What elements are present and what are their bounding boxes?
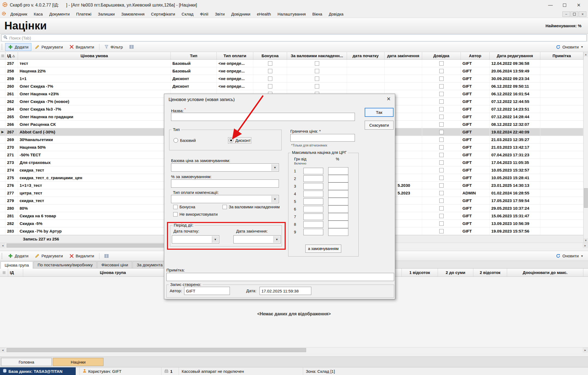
menu-item[interactable]: Каса (31, 11, 46, 17)
group-tab[interactable]: Фіксовані ціни (97, 261, 132, 268)
reference-checkbox[interactable] (439, 61, 444, 66)
percent-input[interactable] (328, 213, 348, 221)
column-header-reference[interactable]: Довідка (422, 52, 461, 59)
reference-checkbox[interactable] (439, 115, 444, 119)
column-header-name[interactable]: Цінова умова (18, 52, 171, 59)
gross-invoices-checkbox[interactable]: За валовими накладенням (223, 205, 280, 209)
menu-item[interactable]: Вікна (309, 11, 326, 17)
name-input[interactable] (171, 113, 355, 121)
maximize-button[interactable] (557, 1, 572, 10)
menu-item[interactable]: Філії (197, 11, 212, 17)
scroll-right-icon[interactable]: ► (583, 243, 588, 248)
column-header-author[interactable]: Автор (461, 52, 490, 59)
limit-price-input[interactable] (290, 134, 355, 142)
menu-item[interactable]: eHealth (254, 11, 274, 17)
group-tab[interactable]: За документа (133, 261, 167, 268)
column-header-gross[interactable]: За валовими накладенн... (287, 52, 347, 59)
chevron-down-icon[interactable]: ▾ (212, 236, 218, 243)
author-input[interactable]: GIFT (184, 287, 230, 295)
table-row[interactable]: 259 1+1 Дисконт <не опреде... GIFT 30.09… (0, 75, 583, 83)
start-date-select[interactable]: ▾ (172, 235, 219, 243)
reference-checkbox[interactable] (439, 160, 444, 165)
ok-button[interactable]: Так (365, 108, 394, 117)
chevron-down-icon[interactable]: ▾ (273, 236, 280, 243)
add-button-bottom[interactable]: Додати (5, 252, 31, 260)
vertical-scroll-thumb[interactable] (584, 188, 588, 208)
bonus-checkbox[interactable] (268, 77, 272, 81)
grn-from-input[interactable] (303, 206, 323, 212)
grn-from-input[interactable] (303, 175, 323, 182)
mdi-restore-button[interactable] (571, 11, 578, 17)
horizontal-scrollbar-bottom[interactable]: ◄ ► (0, 347, 588, 353)
reference-checkbox[interactable] (439, 206, 444, 211)
vertical-scrollbar[interactable]: ▲ ▼ (583, 52, 588, 243)
add-button[interactable]: Додати (5, 43, 31, 51)
column-header-group-id[interactable]: ІД (8, 269, 23, 276)
reference-checkbox[interactable] (439, 99, 444, 104)
column-header-end-date[interactable]: дата закінчення (385, 52, 422, 59)
columns-button-bottom[interactable] (101, 252, 112, 260)
column-header-percent2[interactable]: 2 відсоток (473, 269, 507, 276)
bonus-checkbox[interactable]: Бонусна (173, 205, 195, 209)
not-used-checkbox[interactable]: Не використовувати (173, 212, 218, 217)
grn-from-input[interactable] (303, 221, 323, 228)
reference-checkbox[interactable] (439, 107, 444, 111)
type-radio-bazovyi[interactable]: Базовий (173, 138, 196, 143)
column-header-edited[interactable]: Дата редагування (490, 52, 540, 59)
edit-button-bottom[interactable]: Редагувати (32, 252, 66, 260)
columns-button[interactable] (126, 43, 137, 51)
grn-from-input[interactable] (303, 191, 323, 197)
reference-checkbox[interactable] (439, 122, 444, 127)
menu-item[interactable]: Налаштування (274, 11, 309, 17)
reference-checkbox[interactable] (439, 130, 444, 134)
column-header-to-sum2[interactable]: 2 до суми (438, 269, 473, 276)
grn-from-input[interactable] (303, 229, 323, 235)
close-button[interactable]: × (572, 1, 586, 10)
percent-input[interactable] (328, 167, 348, 175)
column-header-pay-type[interactable]: Тип оплати (217, 52, 253, 59)
reference-checkbox[interactable] (439, 84, 444, 89)
scroll-right-icon[interactable]: ► (583, 347, 588, 353)
grn-from-input[interactable] (303, 168, 323, 174)
reference-checkbox[interactable] (439, 77, 444, 81)
column-header-bonus[interactable]: Бонусна (253, 52, 287, 59)
menu-item[interactable]: Документи (46, 11, 73, 17)
percent-input[interactable] (328, 198, 348, 205)
reference-checkbox[interactable] (439, 229, 444, 233)
grn-from-input[interactable] (303, 214, 323, 220)
bonus-checkbox[interactable] (268, 61, 272, 66)
column-header-type[interactable]: Тип (171, 52, 217, 59)
reference-checkbox[interactable] (439, 69, 444, 73)
type-radio-diskont[interactable]: Дисконт (229, 138, 251, 143)
percent-input[interactable] (328, 190, 348, 198)
column-header-note[interactable]: Примітка (540, 52, 583, 59)
menu-item[interactable]: Склад (178, 11, 197, 17)
window-tab[interactable]: Головна (1, 358, 52, 366)
minimize-button[interactable]: — (543, 1, 557, 10)
cancel-button[interactable]: Скасувати (365, 121, 394, 130)
percent-input[interactable] (328, 221, 348, 228)
gross-checkbox[interactable] (315, 69, 319, 73)
compensation-select[interactable]: ▾ (171, 195, 279, 203)
percent-input[interactable] (328, 182, 348, 190)
menu-item[interactable]: Замовлення (118, 11, 148, 17)
menu-item[interactable]: Довідник (7, 11, 31, 17)
bonus-checkbox[interactable] (268, 84, 272, 89)
table-row[interactable]: 260 Олег Скидка -7% Дисконт <не опреде..… (0, 83, 583, 90)
reference-checkbox[interactable] (439, 183, 444, 188)
chevron-down-icon[interactable]: ▾ (272, 196, 278, 202)
menu-item[interactable]: Звіти (212, 11, 228, 17)
reference-checkbox[interactable] (439, 176, 444, 180)
delete-button-bottom[interactable]: Видалити (66, 252, 97, 260)
refresh-button[interactable]: Оновити ▾ (553, 43, 586, 51)
reference-checkbox[interactable] (439, 145, 444, 150)
reference-checkbox[interactable] (439, 168, 444, 172)
grn-from-input[interactable] (303, 183, 323, 190)
scroll-up-icon[interactable]: ▲ (584, 52, 588, 57)
end-date-select[interactable]: ▾ (233, 235, 281, 243)
note-input[interactable] (166, 273, 394, 281)
menu-item[interactable]: Залишки (95, 11, 118, 17)
reference-checkbox[interactable] (439, 191, 444, 195)
refresh-button-bottom[interactable]: Оновити ▾ (553, 252, 586, 260)
chevron-down-icon[interactable]: ▾ (272, 164, 278, 171)
